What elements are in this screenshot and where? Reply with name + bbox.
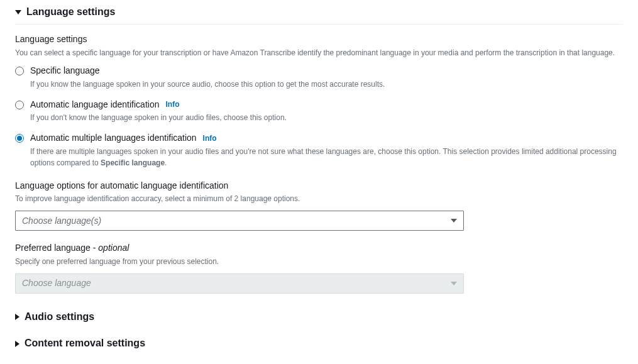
preferred-language-select: Choose language (15, 273, 464, 294)
content-removal-settings-header[interactable]: Content removal settings (15, 330, 623, 356)
caret-right-icon (15, 314, 19, 320)
language-settings-field-hint: You can select a specific language for y… (15, 47, 623, 58)
radio-hint-auto-multi-post: . (165, 158, 167, 167)
radio-specific-language[interactable] (15, 67, 24, 75)
preferred-lang-hint: Specify one preferred language from your… (15, 256, 623, 267)
caret-down-icon (15, 10, 21, 14)
section-title-audio: Audio settings (25, 310, 94, 324)
radio-hint-auto-multi-bold: Specific language (101, 158, 165, 167)
language-settings-header[interactable]: Language settings (15, 0, 623, 25)
lang-options-hint: To improve language identification accur… (15, 193, 623, 204)
caret-down-icon (451, 219, 457, 223)
choose-languages-select[interactable]: Choose language(s) (15, 211, 464, 231)
info-link-auto[interactable]: Info (165, 99, 179, 110)
radio-hint-auto-multi: If there are multiple languages spoken i… (30, 146, 623, 168)
language-settings-field-label: Language settings (15, 33, 623, 46)
caret-right-icon (15, 341, 19, 347)
customizations-header[interactable]: Customizations (15, 357, 623, 364)
preferred-lang-label-text: Preferred language - (15, 243, 98, 253)
info-link-auto-multi[interactable]: Info (203, 133, 217, 144)
lang-options-label: Language options for automatic language … (15, 180, 623, 192)
audio-settings-header[interactable]: Audio settings (15, 304, 623, 330)
radio-hint-specific: If you know the language spoken in your … (30, 79, 623, 90)
preferred-lang-optional: optional (98, 243, 129, 253)
radio-label-specific: Specific language (30, 65, 100, 77)
preferred-language-placeholder: Choose language (22, 277, 91, 290)
section-title-language: Language settings (26, 5, 115, 19)
language-mode-radio-group: Specific language If you know the langua… (15, 65, 623, 168)
radio-label-auto-multi: Automatic multiple languages identificat… (30, 132, 197, 145)
preferred-lang-label: Preferred language - optional (15, 242, 623, 255)
section-title-content-removal: Content removal settings (25, 336, 145, 350)
radio-label-auto: Automatic language identification (30, 99, 159, 111)
radio-auto-language[interactable] (15, 101, 24, 109)
caret-down-icon (451, 282, 457, 285)
radio-auto-multi-language[interactable] (15, 134, 24, 143)
choose-languages-placeholder: Choose language(s) (22, 215, 101, 228)
radio-hint-auto: If you don't know the language spoken in… (30, 112, 623, 123)
